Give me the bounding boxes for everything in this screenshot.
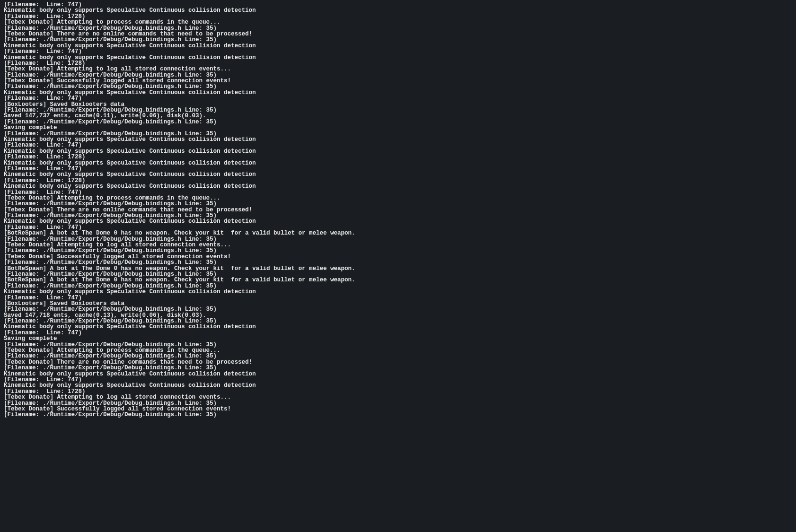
- log-line: (Filename: ./Runtime/Export/Debug/Debug.…: [4, 201, 792, 207]
- log-line: Kinematic body only supports Speculative…: [4, 43, 792, 49]
- log-line: Kinematic body only supports Speculative…: [4, 183, 792, 189]
- log-line: (Filename: Line: 747): [4, 330, 792, 336]
- log-line: [Tebex Donate] Attempting to process com…: [4, 19, 792, 25]
- log-line: Kinematic body only supports Speculative…: [4, 148, 792, 154]
- log-line: (Filename: ./Runtime/Export/Debug/Debug.…: [4, 84, 792, 89]
- log-line: (Filename: Line: 747): [4, 96, 792, 101]
- log-line: (Filename: ./Runtime/Export/Debug/Debug.…: [4, 260, 792, 265]
- log-line: [BotReSpawn] A bot at The Dome 0 has no …: [4, 230, 792, 236]
- log-line: (Filename: ./Runtime/Export/Debug/Debug.…: [4, 37, 792, 43]
- log-line: (Filename: ./Runtime/Export/Debug/Debug.…: [4, 412, 792, 418]
- log-line: (Filename: ./Runtime/Export/Debug/Debug.…: [4, 306, 792, 312]
- log-line: Kinematic body only supports Speculative…: [4, 90, 792, 96]
- log-line: Kinematic body only supports Speculative…: [4, 371, 792, 377]
- log-line: Saving complete: [4, 336, 792, 341]
- log-line: Kinematic body only supports Speculative…: [4, 137, 792, 142]
- log-line: (Filename: Line: 747): [4, 49, 792, 54]
- log-line: [BotReSpawn] A bot at The Dome 0 has no …: [4, 277, 792, 283]
- log-line: (Filename: ./Runtime/Export/Debug/Debug.…: [4, 248, 792, 253]
- log-line: Kinematic body only supports Speculative…: [4, 55, 792, 61]
- log-line: Saving complete: [4, 125, 792, 131]
- log-line: Saved 147,737 ents, cache(0.11), write(0…: [4, 113, 792, 119]
- log-line: (Filename: ./Runtime/Export/Debug/Debug.…: [4, 365, 792, 371]
- log-line: [Tebex Donate] Attempting to log all sto…: [4, 66, 792, 72]
- log-line: Kinematic body only supports Speculative…: [4, 218, 792, 224]
- log-line: Kinematic body only supports Speculative…: [4, 8, 792, 13]
- log-line: Kinematic body only supports Speculative…: [4, 172, 792, 177]
- log-line: (Filename: Line: 1728): [4, 154, 792, 160]
- log-line: Kinematic body only supports Speculative…: [4, 289, 792, 295]
- log-line: [Tebex Donate] Attempting to log all sto…: [4, 394, 792, 400]
- log-line: Kinematic body only supports Speculative…: [4, 324, 792, 330]
- log-line: Kinematic body only supports Speculative…: [4, 160, 792, 166]
- log-line: (Filename: Line: 747): [4, 142, 792, 148]
- log-line: Kinematic body only supports Speculative…: [4, 383, 792, 388]
- console-output[interactable]: (Filename: Line: 747)Kinematic body only…: [4, 2, 792, 418]
- log-line: (Filename: ./Runtime/Export/Debug/Debug.…: [4, 353, 792, 359]
- log-line: (Filename: ./Runtime/Export/Debug/Debug.…: [4, 119, 792, 125]
